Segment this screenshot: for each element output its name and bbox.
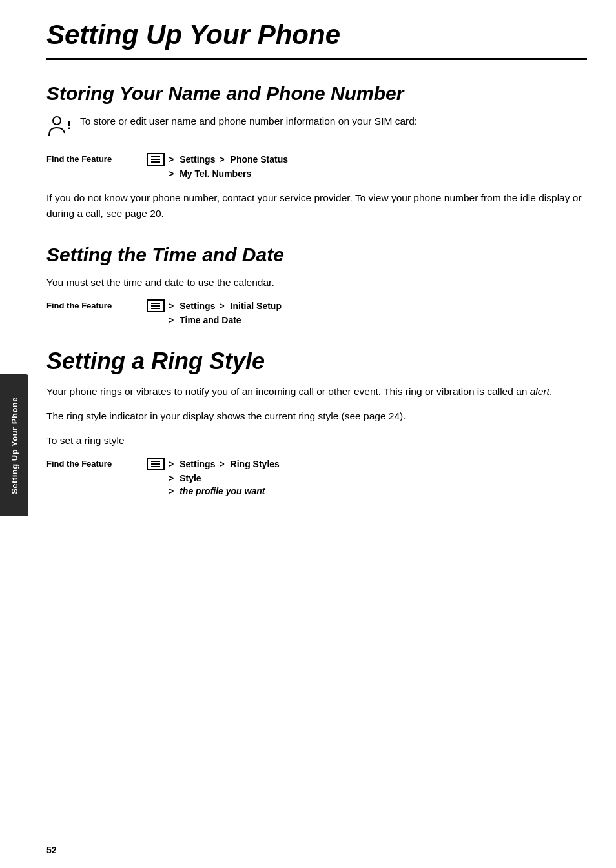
page-number: 52	[46, 845, 57, 855]
ring-style-body1: Your phone rings or vibrates to notify y…	[46, 384, 587, 399]
main-content: Setting Up Your Phone Storing Your Name …	[34, 0, 616, 868]
section-time-date: Setting the Time and Date You must set t…	[46, 244, 587, 325]
svg-text:!: !	[67, 119, 71, 132]
page-header: Setting Up Your Phone	[46, 19, 587, 60]
ring-style-profile: the profile you want	[180, 486, 265, 496]
storing-settings: Settings	[180, 154, 215, 165]
svg-point-0	[53, 117, 61, 125]
storing-feature-path: > Settings > Phone Status > My Tel. Numb…	[147, 153, 288, 179]
sidebar-tab: Setting Up Your Phone	[0, 374, 28, 516]
ring-style-arrow1: >	[169, 459, 174, 469]
sidebar: Setting Up Your Phone	[0, 0, 34, 868]
storing-arrow3: >	[169, 168, 174, 179]
menu-icon-storing	[147, 153, 165, 166]
time-date-value: Time and Date	[180, 315, 241, 325]
time-date-arrow3: >	[169, 315, 174, 325]
section-storing: Storing Your Name and Phone Number ! To …	[46, 83, 587, 221]
warning-icon: !	[46, 115, 71, 143]
storing-info-row: ! To store or edit user name and phone n…	[46, 114, 587, 143]
ring-style-arrow3: >	[169, 473, 174, 483]
ring-style-body2: The ring style indicator in your display…	[46, 409, 587, 424]
time-date-title: Setting the Time and Date	[46, 244, 587, 266]
storing-title: Storing Your Name and Phone Number	[46, 83, 587, 105]
storing-feature-row: Find the Feature > Settings > Phone Stat…	[46, 153, 587, 179]
time-date-initial-setup: Initial Setup	[231, 301, 282, 311]
storing-path-line2: > My Tel. Numbers	[169, 168, 288, 179]
sidebar-label: Setting Up Your Phone	[10, 397, 19, 494]
ring-style-feature-row: Find the Feature > Settings > Ring Style…	[46, 458, 587, 496]
ring-style-feature-label: Find the Feature	[46, 458, 147, 469]
ring-style-arrow4: >	[169, 486, 174, 496]
menu-icon-ring-style	[147, 458, 165, 470]
storing-feature-label: Find the Feature	[46, 153, 147, 164]
storing-body-text: If you do not know your phone number, co…	[46, 190, 587, 221]
ring-style-arrow2: >	[219, 459, 224, 469]
storing-arrow1: >	[169, 154, 174, 165]
ring-style-ring-styles: Ring Styles	[231, 459, 280, 469]
ring-style-body1-italic: alert	[530, 386, 549, 397]
storing-arrow2: >	[219, 154, 224, 165]
ring-style-title: Setting a Ring Style	[46, 348, 587, 375]
ring-style-path-line3: > the profile you want	[169, 486, 280, 496]
storing-my-tel: My Tel. Numbers	[180, 168, 251, 179]
ring-style-body1-text: Your phone rings or vibrates to notify y…	[46, 386, 530, 397]
time-date-intro: You must set the time and date to use th…	[46, 275, 587, 290]
page-container: Setting Up Your Phone Setting Up Your Ph…	[0, 0, 616, 868]
time-date-path-line1: > Settings > Initial Setup	[147, 299, 282, 312]
time-date-feature-row: Find the Feature > Settings > Initial Se…	[46, 299, 587, 325]
ring-style-feature-path: > Settings > Ring Styles > Style > the p…	[147, 458, 280, 496]
time-date-feature-path: > Settings > Initial Setup > Time and Da…	[147, 299, 282, 325]
storing-info-text: To store or edit user name and phone num…	[80, 114, 417, 128]
ring-style-settings: Settings	[180, 459, 215, 469]
menu-icon-time-date	[147, 299, 165, 312]
ring-style-body3: To set a ring style	[46, 433, 587, 449]
page-title: Setting Up Your Phone	[46, 19, 587, 50]
time-date-path-line2: > Time and Date	[169, 315, 282, 325]
time-date-arrow1: >	[169, 301, 174, 311]
ring-style-body1-end: .	[549, 386, 552, 397]
ring-style-style: Style	[180, 473, 201, 483]
storing-path-line1: > Settings > Phone Status	[147, 153, 288, 166]
time-date-settings: Settings	[180, 301, 215, 311]
time-date-feature-label: Find the Feature	[46, 299, 147, 310]
time-date-arrow2: >	[219, 301, 224, 311]
ring-style-path-line1: > Settings > Ring Styles	[147, 458, 280, 470]
section-ring-style: Setting a Ring Style Your phone rings or…	[46, 348, 587, 496]
ring-style-path-line2: > Style	[169, 473, 280, 483]
storing-phone-status: Phone Status	[231, 154, 288, 165]
person-warning-icon: !	[46, 115, 71, 139]
